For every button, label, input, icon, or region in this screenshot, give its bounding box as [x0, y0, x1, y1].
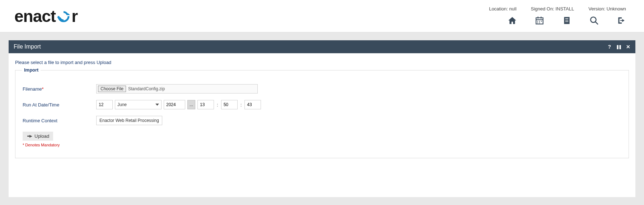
hour-input[interactable]: [197, 100, 214, 109]
panel-title: File Import: [14, 44, 41, 50]
document-icon[interactable]: [562, 16, 571, 26]
svg-rect-12: [564, 17, 569, 24]
filename-label: Filename*: [23, 86, 96, 92]
logo-sync-icon: [56, 9, 71, 23]
panel-body: Please select a file to import and press…: [9, 53, 635, 197]
status-line: Location: null Signed On: INSTALL Versio…: [489, 6, 626, 12]
runat-label: Run At Date/Time: [23, 102, 96, 108]
year-input[interactable]: [164, 100, 185, 109]
svg-rect-6: [541, 17, 541, 18]
month-select[interactable]: June: [115, 100, 162, 109]
help-icon[interactable]: ?: [608, 44, 611, 50]
logo-post: r: [71, 6, 78, 26]
panel-controls: ? ❚❚ ✕: [608, 44, 630, 50]
svg-rect-5: [538, 17, 538, 18]
import-fieldset: Import Filename* Choose File StandardCon…: [15, 70, 629, 158]
page-area: File Import ? ❚❚ ✕ Please select a file …: [0, 32, 644, 205]
svg-rect-10: [537, 22, 538, 23]
logo: enact r: [14, 6, 78, 26]
svg-point-16: [591, 17, 596, 22]
arrow-right-icon: [29, 135, 32, 138]
fieldset-legend: Import: [22, 67, 41, 73]
filename-row: Filename* Choose File StandardConfig.zip: [23, 84, 621, 94]
mandatory-asterisk: *: [42, 86, 43, 92]
icon-bar: [508, 16, 626, 26]
logo-pre: enact: [14, 6, 56, 26]
month-value: June: [117, 102, 127, 107]
filename-label-text: Filename: [23, 86, 42, 92]
logo-text: enact r: [14, 6, 78, 26]
runtime-row: Runtime Context Enactor Web Retail Proce…: [23, 116, 621, 125]
time-colon-2: :: [241, 102, 242, 108]
chevron-down-icon: [155, 104, 159, 106]
runat-row: Run At Date/Time June ... : :: [23, 100, 621, 109]
app-header: enact r Location: null Signed On: INSTAL…: [0, 0, 644, 32]
logout-icon[interactable]: [617, 16, 626, 26]
home-icon[interactable]: [508, 16, 517, 26]
version-label: Version: Unknown: [588, 6, 626, 12]
calendar-icon[interactable]: [535, 16, 544, 26]
choose-file-button[interactable]: Choose File: [98, 86, 126, 92]
search-icon[interactable]: [589, 16, 599, 26]
day-input[interactable]: [96, 100, 113, 109]
date-picker-button[interactable]: ...: [187, 100, 195, 109]
svg-rect-11: [539, 22, 540, 23]
pause-icon[interactable]: ❚❚: [616, 45, 621, 49]
header-right: Location: null Signed On: INSTALL Versio…: [489, 6, 630, 26]
upload-button[interactable]: Upload: [23, 132, 53, 141]
location-label: Location: null: [489, 6, 517, 12]
svg-line-17: [595, 22, 598, 24]
runtime-label: Runtime Context: [23, 118, 96, 123]
selected-filename: StandardConfig.zip: [128, 86, 165, 91]
instruction-text: Please select a file to import and press…: [15, 60, 629, 65]
svg-rect-8: [539, 21, 540, 22]
upload-label: Upload: [34, 133, 49, 139]
datetime-group: June ... : :: [96, 100, 261, 109]
panel-header: File Import ? ❚❚ ✕: [9, 40, 635, 53]
minute-input[interactable]: [221, 100, 238, 109]
mandatory-note: * Denotes Mandatory: [23, 143, 621, 147]
time-colon-1: :: [217, 102, 218, 108]
svg-rect-7: [537, 21, 538, 22]
second-input[interactable]: [244, 100, 261, 109]
runtime-context-value[interactable]: Enactor Web Retail Processing: [96, 116, 162, 125]
svg-rect-9: [541, 21, 542, 22]
signed-on-label: Signed On: INSTALL: [531, 6, 574, 12]
file-input-wrap[interactable]: Choose File StandardConfig.zip: [96, 84, 258, 94]
close-icon[interactable]: ✕: [626, 44, 630, 50]
